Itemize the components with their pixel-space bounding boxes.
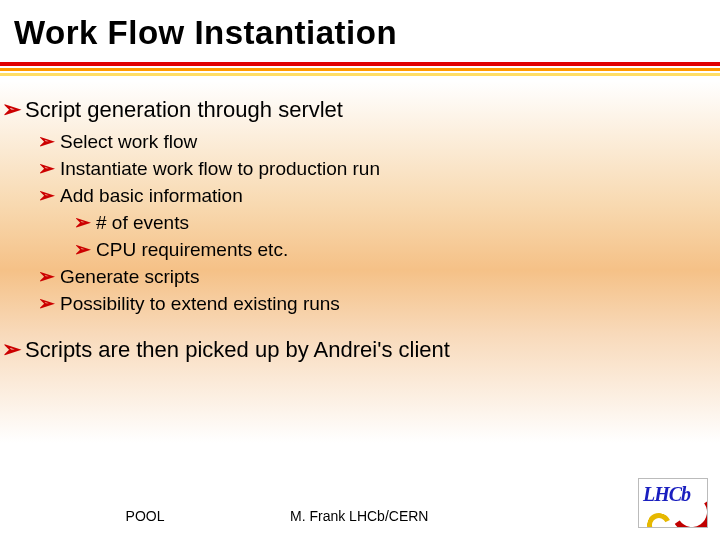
bullet-l1: ➢Script generation through servlet xyxy=(20,96,700,123)
bullet-text: Add basic information xyxy=(60,185,243,206)
bullet-text: Instantiate work flow to production run xyxy=(60,158,380,179)
bullet-text: Script generation through servlet xyxy=(25,97,343,122)
title-underline xyxy=(0,62,720,76)
bullet-l2: ➢Possibility to extend existing runs xyxy=(56,291,700,315)
bullet-l3: ➢# of events xyxy=(92,210,700,234)
bullet-l2: ➢Instantiate work flow to production run xyxy=(56,156,700,180)
bullet-l2: ➢Select work flow xyxy=(56,129,700,153)
rule-orange xyxy=(0,68,720,71)
lhcb-logo: LHCb xyxy=(638,478,708,528)
bullet-text: Scripts are then picked up by Andrei's c… xyxy=(25,337,450,362)
bullet-text: CPU requirements etc. xyxy=(96,239,288,260)
bullet-l1: ➢Scripts are then picked up by Andrei's … xyxy=(20,336,700,363)
arrow-icon: ➢ xyxy=(20,96,21,123)
footer-mid-text: M. Frank LHCb/CERN xyxy=(290,508,638,528)
bullet-l2: ➢Generate scripts xyxy=(56,264,700,288)
slide-footer: POOL M. Frank LHCb/CERN LHCb xyxy=(0,478,720,528)
footer-left-text: POOL xyxy=(0,508,290,528)
bullet-text: Possibility to extend existing runs xyxy=(60,293,340,314)
slide-content: ➢Script generation through servlet ➢Sele… xyxy=(0,76,720,363)
bullet-l3: ➢CPU requirements etc. xyxy=(92,237,700,261)
bullet-text: Select work flow xyxy=(60,131,197,152)
logo-swoosh-yellow xyxy=(644,510,675,528)
slide-title: Work Flow Instantiation xyxy=(0,0,720,58)
spacer xyxy=(20,318,700,336)
bullet-text: Generate scripts xyxy=(60,266,199,287)
bullet-l2: ➢Add basic information xyxy=(56,183,700,207)
rule-red xyxy=(0,62,720,66)
arrow-icon: ➢ xyxy=(20,336,21,363)
bullet-text: # of events xyxy=(96,212,189,233)
